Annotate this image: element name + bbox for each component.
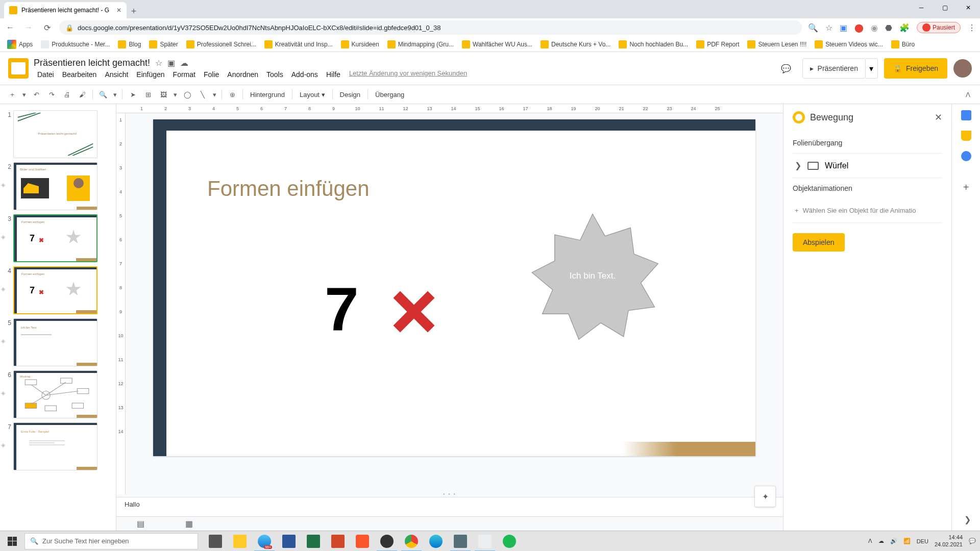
menu-folie[interactable]: Folie	[200, 69, 223, 80]
tray-language[interactable]: DEU	[917, 538, 928, 544]
menu-anordnen[interactable]: Anordnen	[224, 69, 262, 80]
transition-row[interactable]: ❯ Würfel	[793, 154, 942, 178]
bookmark-star-icon[interactable]: ☆	[825, 23, 832, 33]
cloud-saved-icon[interactable]: ☁	[180, 58, 188, 68]
taskbar-search[interactable]: 🔍 Zur Suche Text hier eingeben	[24, 533, 198, 549]
slide-thumbnail-1[interactable]: Präsentieren leicht gemacht!	[13, 110, 97, 158]
present-button[interactable]: ▸ Präsentieren	[802, 58, 866, 79]
keep-addon-icon[interactable]	[961, 131, 971, 141]
slide-thumbnail-3[interactable]: Formen einfügen 7 ✖	[13, 214, 97, 262]
select-tool[interactable]: ➤	[126, 87, 140, 102]
brave-icon[interactable]	[350, 531, 375, 552]
bookmark-item[interactable]: Blog	[115, 39, 144, 50]
edge-chromium-icon[interactable]	[424, 531, 448, 552]
document-title[interactable]: Präsentieren leicht gemacht!	[34, 58, 150, 68]
start-button[interactable]	[0, 531, 24, 552]
speaker-notes[interactable]: Hallo	[116, 497, 783, 516]
file-explorer-icon[interactable]	[228, 531, 252, 552]
slide-thumbnail-7[interactable]: Erste Folie - Beispiel	[13, 422, 97, 470]
edge-icon[interactable]: 99+	[252, 531, 277, 552]
notes-resize-handle[interactable]: • • •	[116, 491, 783, 497]
transition-button[interactable]: Übergang	[371, 91, 408, 98]
extension-icon-3[interactable]: ◉	[871, 23, 878, 33]
last-change-text[interactable]: Letzte Änderung vor wenigen Sekunden	[345, 69, 467, 80]
new-tab-button[interactable]: +	[127, 4, 141, 18]
slide-canvas[interactable]: Formen einfügen 7 Ich bin Text.	[153, 119, 755, 456]
tasks-addon-icon[interactable]	[961, 151, 971, 161]
explore-button[interactable]: ✦	[754, 486, 776, 507]
bookmark-item[interactable]: Noch hochladen Bu...	[616, 39, 691, 50]
menu-hilfe[interactable]: Hilfe	[323, 69, 344, 80]
account-avatar[interactable]	[953, 59, 972, 78]
spotify-icon[interactable]	[497, 531, 522, 552]
zoom-button[interactable]: 🔍	[96, 87, 110, 102]
tray-wifi-icon[interactable]: 📶	[903, 538, 911, 544]
app-icon[interactable]	[448, 531, 473, 552]
chrome-icon[interactable]	[399, 531, 424, 552]
layout-button[interactable]: Layout ▾	[296, 91, 329, 98]
background-button[interactable]: Hintergrund	[246, 91, 289, 98]
excel-icon[interactable]	[301, 531, 326, 552]
slide-thumbnail-rail[interactable]: 1 Präsentieren leicht gemacht! 2 ◈ Bilde…	[0, 104, 116, 531]
forward-button[interactable]: →	[22, 21, 35, 34]
window-close-button[interactable]: ✕	[957, 0, 980, 15]
filmstrip-view-icon[interactable]: ▤	[137, 519, 144, 529]
zoom-dropdown[interactable]: ▾	[111, 87, 119, 102]
line-dropdown[interactable]: ▾	[211, 87, 218, 102]
back-button[interactable]: ←	[4, 21, 16, 34]
image-tool[interactable]: 🖼	[156, 87, 170, 102]
menu-addons[interactable]: Add-ons	[288, 69, 322, 80]
bookmark-item[interactable]: Produktsuche - Mer...	[38, 39, 113, 50]
obs-icon[interactable]	[375, 531, 399, 552]
bookmark-item[interactable]: Kursideen	[338, 39, 382, 50]
paint-format-button[interactable]: 🖌	[75, 87, 89, 102]
calendar-addon-icon[interactable]	[961, 110, 971, 120]
undo-button[interactable]: ↶	[29, 87, 43, 102]
extension-icon-4[interactable]: ⬣	[885, 23, 892, 33]
tray-chevron-icon[interactable]: ᐱ	[868, 538, 872, 544]
star-text[interactable]: Ich bin Text.	[570, 271, 616, 281]
grid-view-icon[interactable]: ▦	[185, 519, 193, 529]
reload-button[interactable]: ⟳	[41, 21, 53, 34]
address-bar[interactable]: 🔒 docs.google.com/presentation/d/1yV372S…	[59, 20, 802, 35]
apps-bookmark[interactable]: Apps	[4, 38, 36, 51]
comment-tool[interactable]: ⊕	[225, 87, 239, 102]
extension-icon[interactable]: ▣	[840, 23, 847, 33]
slide-thumbnail-6[interactable]: Mindmap	[13, 370, 97, 418]
red-x-shape[interactable]	[391, 289, 437, 335]
word-icon[interactable]	[277, 531, 301, 552]
bookmark-item[interactable]: Später	[146, 39, 181, 50]
bookmark-item[interactable]: Deutsche Kurs + Vo...	[537, 39, 614, 50]
expand-side-panel-icon[interactable]: ❯	[964, 515, 971, 524]
notepad-icon[interactable]	[473, 531, 497, 552]
browser-tab[interactable]: Präsentieren leicht gemacht! - G ✕	[4, 2, 127, 18]
collapse-toolbar-icon[interactable]: ᐱ	[961, 87, 975, 102]
menu-format[interactable]: Format	[169, 69, 199, 80]
bookmark-item[interactable]: Steuern Lesen !!!!	[744, 39, 810, 50]
powerpoint-icon[interactable]	[326, 531, 350, 552]
redo-button[interactable]: ↷	[44, 87, 59, 102]
bookmark-item[interactable]: Kreativität und Insp...	[261, 39, 336, 50]
line-tool[interactable]: ╲	[195, 87, 210, 102]
bookmark-item[interactable]: Wahlfächer WU Aus...	[459, 39, 535, 50]
tray-notifications-icon[interactable]: 💬	[969, 538, 976, 544]
tray-clock[interactable]: 14:44 24.02.2021	[935, 534, 963, 547]
slide-thumbnail-4[interactable]: Formen einfügen 7 ✖	[13, 266, 97, 314]
comments-icon[interactable]: 💬	[776, 58, 796, 79]
new-slide-button[interactable]: +	[5, 87, 19, 102]
slide-thumbnail-5[interactable]: Ich bin Text.	[13, 318, 97, 366]
extensions-puzzle-icon[interactable]: 🧩	[899, 23, 910, 33]
close-motion-panel-icon[interactable]: ✕	[935, 112, 942, 123]
tray-volume-icon[interactable]: 🔊	[890, 538, 897, 544]
bookmark-item[interactable]: Steuern Videos wic...	[812, 39, 886, 50]
window-minimize-button[interactable]: ─	[910, 0, 933, 15]
bookmark-item[interactable]: Professionell Schrei...	[183, 39, 259, 50]
menu-einfuegen[interactable]: Einfügen	[133, 69, 168, 80]
new-slide-dropdown[interactable]: ▾	[20, 87, 28, 102]
star-icon[interactable]: ☆	[155, 58, 162, 68]
bookmark-item[interactable]: Mindmapping (Gru...	[384, 39, 457, 50]
menu-datei[interactable]: Datei	[34, 69, 58, 80]
close-tab-icon[interactable]: ✕	[116, 7, 121, 14]
task-view-icon[interactable]	[203, 531, 228, 552]
slides-logo[interactable]	[8, 58, 29, 79]
